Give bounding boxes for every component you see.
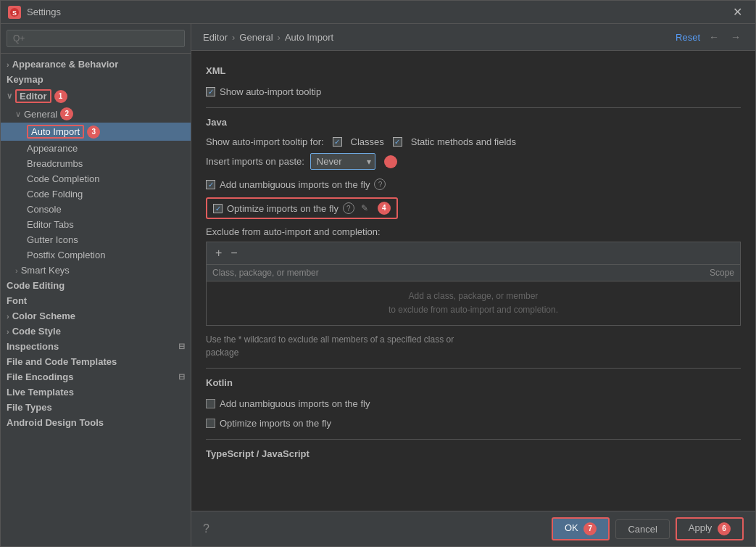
- sidebar-item-live-templates[interactable]: Live Templates: [1, 384, 191, 400]
- sidebar-item-editor-tabs[interactable]: Editor Tabs: [1, 217, 191, 232]
- java-static-methods-checkbox[interactable]: [393, 137, 402, 147]
- sidebar-item-android-design-tools[interactable]: Android Design Tools: [1, 415, 191, 430]
- breadcrumb: Editor › General › Auto Import: [203, 32, 333, 43]
- breadcrumb-sep-1: ›: [232, 32, 235, 43]
- breadcrumb-bar: Editor › General › Auto Import Reset ← →: [191, 24, 755, 51]
- badge-7: 7: [583, 522, 597, 535]
- java-static-methods-label: Static methods and fields: [411, 136, 516, 147]
- kotlin-add-unambiguous-checkbox[interactable]: [206, 399, 215, 408]
- insert-imports-dropdown[interactable]: Never Always Ask: [310, 153, 375, 170]
- cancel-button[interactable]: Cancel: [615, 519, 669, 539]
- sidebar-item-label: General: [24, 109, 57, 120]
- optimize-checkbox[interactable]: [213, 204, 223, 213]
- sidebar-item-inspections[interactable]: Inspections ⊟: [1, 339, 191, 354]
- breadcrumb-actions: Reset ← →: [676, 30, 744, 44]
- sidebar-item-file-types[interactable]: File Types: [1, 400, 191, 415]
- reset-button[interactable]: Reset: [676, 32, 700, 43]
- sidebar-item-keymap[interactable]: Keymap: [1, 72, 191, 87]
- sidebar-item-label: Font: [7, 295, 27, 306]
- sidebar-item-font[interactable]: Font: [1, 293, 191, 308]
- xml-section-title: XML: [206, 65, 741, 76]
- sidebar-item-general[interactable]: ∨ General 2: [1, 105, 191, 123]
- help-icon[interactable]: ?: [374, 178, 386, 190]
- sidebar-item-code-folding[interactable]: Code Folding: [1, 186, 191, 202]
- sidebar-item-breadcrumbs[interactable]: Breadcrumbs: [1, 156, 191, 171]
- sidebar-item-code-completion[interactable]: Code Completion: [1, 171, 191, 186]
- sidebar-item-label: Code Folding: [27, 189, 83, 200]
- sidebar-item-file-encodings[interactable]: File Encodings ⊟: [1, 369, 191, 384]
- chevron-down-icon: ∨: [15, 110, 21, 119]
- xml-show-tooltip-checkbox[interactable]: [206, 87, 215, 96]
- sidebar-item-label: Color Scheme: [12, 310, 75, 321]
- typescript-section-title: TypeScript / JavaScript: [206, 448, 741, 459]
- sidebar-item-label: Auto Import: [31, 126, 80, 137]
- sidebar-item-label: Android Design Tools: [7, 417, 104, 428]
- nav-back-button[interactable]: ←: [706, 30, 722, 44]
- sidebar-item-code-editing[interactable]: Code Editing: [1, 278, 191, 293]
- sidebar-item-gutter-icons[interactable]: Gutter Icons: [1, 232, 191, 247]
- remove-exclude-button[interactable]: −: [228, 245, 240, 261]
- breadcrumb-auto-import: Auto Import: [285, 32, 333, 43]
- content-area: Editor › General › Auto Import Reset ← →…: [191, 24, 755, 546]
- java-show-tooltip-row: Show auto-import tooltip for: Classes St…: [206, 136, 741, 147]
- sidebar-item-smart-keys[interactable]: › Smart Keys: [1, 263, 191, 278]
- close-button[interactable]: ✕: [727, 2, 748, 22]
- insert-imports-label: Insert imports on paste:: [206, 156, 304, 167]
- sidebar-item-file-code-templates[interactable]: File and Code Templates: [1, 354, 191, 369]
- add-exclude-button[interactable]: +: [212, 245, 225, 261]
- edit-icon[interactable]: ✎: [359, 202, 370, 214]
- add-unambiguous-label: Add unambiguous imports on the fly: [220, 179, 370, 190]
- badge-1: 1: [54, 90, 67, 103]
- sidebar-item-editor[interactable]: ∨ Editor 1: [1, 87, 191, 105]
- wildcard-hint: Use the * wildcard to exclude all member…: [206, 333, 741, 359]
- sidebar-item-label: Gutter Icons: [27, 234, 78, 245]
- nav-forward-button[interactable]: →: [728, 30, 744, 44]
- badge-2: 2: [60, 107, 73, 120]
- sidebar-item-label: Live Templates: [7, 387, 74, 398]
- sidebar-item-label: Smart Keys: [21, 265, 70, 276]
- sidebar-item-code-style[interactable]: › Code Style: [1, 324, 191, 339]
- kotlin-optimize-checkbox[interactable]: [206, 419, 215, 428]
- window-title: Settings: [27, 7, 727, 17]
- sidebar-item-console[interactable]: Console: [1, 202, 191, 217]
- app-icon: S: [8, 6, 21, 19]
- table-toolbar: + −: [207, 242, 740, 265]
- optimize-help-icon[interactable]: ?: [343, 202, 354, 214]
- sidebar-tree: › Appearance & Behavior Keymap ∨ Editor …: [1, 54, 191, 546]
- sidebar-item-color-scheme[interactable]: › Color Scheme: [1, 308, 191, 324]
- badge-4: 4: [378, 202, 391, 215]
- java-show-tooltip-label: Show auto-import tooltip for:: [206, 136, 324, 147]
- help-button[interactable]: ?: [203, 522, 209, 535]
- monitor-icon: ⊟: [178, 372, 185, 382]
- sidebar-item-label: Code Style: [12, 326, 61, 337]
- java-kotlin-divider: [206, 368, 741, 369]
- sidebar-item-label: Editor: [20, 91, 47, 102]
- sidebar-item-auto-import[interactable]: Auto Import 3: [1, 123, 191, 141]
- optimize-label: Optimize imports on the fly: [227, 203, 338, 214]
- kotlin-optimize-row: Optimize imports on the fly: [206, 416, 741, 430]
- sidebar-item-appearance-sub[interactable]: Appearance: [1, 141, 191, 156]
- kotlin-ts-divider: [206, 439, 741, 440]
- table-body: Add a class, package, or member to exclu…: [207, 281, 740, 325]
- sidebar-item-label: Keymap: [7, 74, 43, 85]
- sidebar-item-appearance-behavior[interactable]: › Appearance & Behavior: [1, 57, 191, 72]
- kotlin-add-unambiguous-label: Add unambiguous imports on the fly: [220, 398, 370, 409]
- sidebar-item-postfix-completion[interactable]: Postfix Completion: [1, 247, 191, 263]
- optimize-row: Optimize imports on the fly ? ✎ 4: [206, 197, 398, 219]
- exclude-label: Exclude from auto-import and completion:: [206, 226, 381, 237]
- table-empty-message: Add a class, package, or member to exclu…: [389, 289, 558, 317]
- java-classes-checkbox[interactable]: [333, 137, 342, 147]
- sidebar-item-label: Console: [27, 204, 62, 215]
- add-unambiguous-row: Add unambiguous imports on the fly ?: [206, 177, 741, 192]
- bottom-bar: ? OK 7 Cancel Apply 6: [191, 511, 755, 546]
- apply-button[interactable]: Apply 6: [676, 517, 744, 540]
- xml-java-divider: [206, 107, 741, 108]
- sidebar: › Appearance & Behavior Keymap ∨ Editor …: [1, 24, 191, 546]
- ok-button[interactable]: OK 7: [552, 517, 610, 540]
- search-input[interactable]: [7, 30, 185, 47]
- kotlin-section-title: Kotlin: [206, 377, 741, 388]
- add-unambiguous-checkbox[interactable]: [206, 180, 215, 189]
- breadcrumb-sep-2: ›: [278, 32, 281, 43]
- sidebar-item-label: Breadcrumbs: [27, 158, 83, 169]
- settings-window: S Settings ✕ › Appearance & Behavior Key…: [0, 0, 756, 547]
